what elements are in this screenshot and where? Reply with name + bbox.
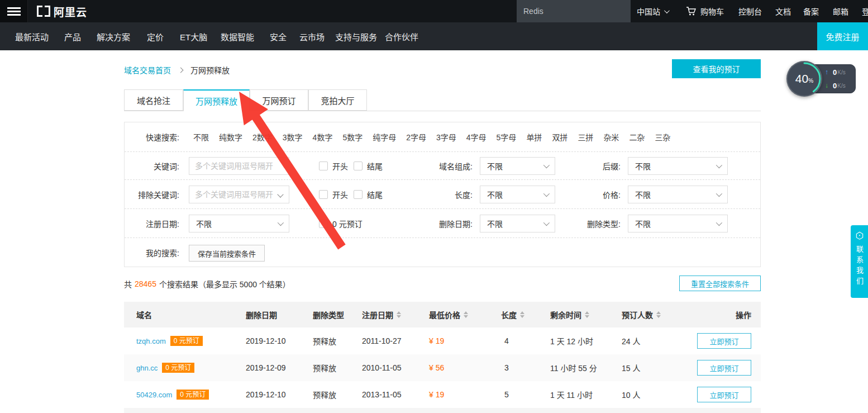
nav-item-products[interactable]: 产品 bbox=[64, 22, 81, 50]
view-my-orders-button[interactable]: 查看我的预订 bbox=[672, 59, 761, 78]
regdate-label: 注册日期: bbox=[125, 209, 179, 238]
checkbox-icon[interactable] bbox=[319, 190, 328, 199]
quick-option[interactable]: 双拼 bbox=[552, 131, 567, 143]
nav-item-data-intelligence[interactable]: 数据智能 bbox=[221, 22, 254, 50]
checkbox-icon[interactable] bbox=[354, 162, 363, 170]
keyword-input[interactable] bbox=[189, 157, 289, 175]
quick-option[interactable]: 5数字 bbox=[342, 131, 363, 143]
domain-link[interactable]: 50429.com bbox=[136, 391, 172, 399]
cart-label: 购物车 bbox=[700, 6, 724, 17]
keyword-label: 关键词: bbox=[125, 152, 179, 179]
cell-register-date: 2013-11-05 bbox=[362, 381, 402, 408]
nav-item-et-brain[interactable]: ET大脑 bbox=[180, 22, 207, 50]
quick-option[interactable]: 4数字 bbox=[313, 131, 333, 143]
tab-wanwang-prerelease[interactable]: 万网预释放 bbox=[183, 89, 250, 111]
sort-icon[interactable] bbox=[464, 311, 468, 318]
breadcrumb: 域名交易首页 万网预释放 bbox=[124, 64, 230, 76]
regdate-row: 注册日期: 不限 0 元预订 删除日期: 不限 删除类型: 不限 bbox=[125, 208, 760, 238]
breadcrumb-home-link[interactable]: 域名交易首页 bbox=[124, 64, 171, 75]
deltype-select[interactable]: 不限 bbox=[628, 215, 728, 232]
domain-link[interactable]: ghn.cc bbox=[136, 364, 158, 372]
price-select[interactable]: 不限 bbox=[628, 186, 728, 203]
beian-link[interactable]: 备案 bbox=[803, 0, 819, 22]
search-input[interactable] bbox=[517, 7, 631, 16]
sort-icon[interactable] bbox=[520, 311, 524, 318]
order-now-button[interactable]: 立即预订 bbox=[697, 360, 751, 376]
compose-value: 不限 bbox=[487, 160, 503, 172]
nav-item-support[interactable]: 支持与服务 bbox=[335, 22, 377, 50]
checkbox-icon[interactable] bbox=[319, 219, 328, 228]
sort-icon[interactable] bbox=[656, 311, 661, 318]
nav-item-solutions[interactable]: 解决方案 bbox=[97, 22, 130, 50]
cell-min-price: ¥ 19 bbox=[429, 381, 444, 408]
zero-yuan-badge: 0 元预订 bbox=[162, 363, 194, 373]
nav-item-security[interactable]: 安全 bbox=[270, 22, 287, 50]
sort-icon[interactable] bbox=[585, 311, 589, 318]
results-count: 28465 bbox=[135, 279, 156, 288]
download-unit: K/s bbox=[837, 83, 845, 89]
quick-option[interactable]: 杂米 bbox=[603, 131, 619, 143]
region-selector[interactable]: 中国站 bbox=[637, 0, 668, 22]
checkbox-icon[interactable] bbox=[319, 162, 328, 170]
free-register-button[interactable]: 免费注册 bbox=[817, 22, 868, 50]
login-link[interactable]: 登 bbox=[862, 0, 868, 22]
keyword-start-checkbox[interactable]: 开头 bbox=[319, 152, 348, 179]
quick-option[interactable]: 3字母 bbox=[436, 131, 456, 143]
reset-filters-button[interactable]: 重置全部搜索条件 bbox=[679, 276, 761, 291]
quick-option[interactable]: 单拼 bbox=[526, 131, 542, 143]
logo-bracket-right-icon bbox=[45, 6, 50, 17]
quick-option[interactable]: 2字母 bbox=[406, 131, 426, 143]
quick-option[interactable]: 不限 bbox=[193, 131, 209, 143]
docs-link[interactable]: 文档 bbox=[775, 0, 791, 22]
quick-option[interactable]: 5字母 bbox=[497, 131, 517, 143]
logo-bracket-left-icon bbox=[37, 6, 42, 17]
brand-logo[interactable]: 阿里云 bbox=[37, 0, 87, 22]
top-search-box[interactable] bbox=[517, 0, 631, 22]
quick-option[interactable]: 3数字 bbox=[283, 131, 303, 143]
hamburger-menu-button[interactable] bbox=[0, 0, 28, 22]
keyword-end-checkbox[interactable]: 结尾 bbox=[354, 152, 383, 179]
exclude-end-checkbox[interactable]: 结尾 bbox=[354, 180, 383, 208]
exclude-start-checkbox[interactable]: 开头 bbox=[319, 180, 348, 208]
regdate-select[interactable]: 不限 bbox=[189, 215, 289, 232]
nav-item-marketplace[interactable]: 云市场 bbox=[299, 22, 325, 50]
cell-order-count: 10 人 bbox=[622, 381, 640, 408]
col-delete-date: 删除日期 bbox=[246, 302, 277, 327]
col-label: 剩余时间 bbox=[550, 309, 581, 320]
suffix-select[interactable]: 不限 bbox=[628, 157, 728, 175]
cell-delete-type: 预释放 bbox=[313, 354, 336, 381]
quick-option[interactable]: 二杂 bbox=[629, 131, 645, 143]
cell-remaining-time: 1 天 12 小时 bbox=[550, 327, 593, 354]
nav-item-pricing[interactable]: 定价 bbox=[147, 22, 164, 50]
length-value: 不限 bbox=[487, 189, 503, 200]
chevron-down-icon bbox=[278, 220, 284, 226]
quick-option[interactable]: 三杂 bbox=[655, 131, 670, 143]
mail-link[interactable]: 邮箱 bbox=[833, 0, 848, 22]
nav-item-partners[interactable]: 合作伙伴 bbox=[385, 22, 418, 50]
tab-auction-hall[interactable]: 竞拍大厅 bbox=[308, 89, 367, 111]
quick-option[interactable]: 三拼 bbox=[578, 131, 593, 143]
cart-link[interactable]: 购物车 bbox=[686, 0, 724, 22]
tab-domain-snatch[interactable]: 域名抢注 bbox=[124, 89, 183, 111]
order-now-button[interactable]: 立即预订 bbox=[697, 387, 751, 402]
results-suffix: 个搜索结果（最多显示 5000 个结果） bbox=[159, 278, 290, 289]
quick-option[interactable]: 纯字母 bbox=[373, 131, 396, 143]
quick-option[interactable]: 2数字 bbox=[252, 131, 273, 143]
save-search-button[interactable]: 保存当前搜索条件 bbox=[189, 245, 265, 262]
domain-link[interactable]: tzqh.com bbox=[136, 337, 166, 345]
order-now-button[interactable]: 立即预订 bbox=[697, 333, 751, 349]
main-nav: 最新活动 产品 解决方案 定价 ET大脑 数据智能 安全 云市场 支持与服务 合… bbox=[0, 22, 868, 50]
tab-wanwang-reserve[interactable]: 万网预订 bbox=[250, 89, 308, 111]
checkbox-icon[interactable] bbox=[354, 190, 363, 199]
zero-yuan-checkbox[interactable]: 0 元预订 bbox=[319, 209, 363, 238]
quick-option[interactable]: 4字母 bbox=[466, 131, 487, 143]
checkbox-label: 开头 bbox=[332, 189, 348, 200]
sort-icon[interactable] bbox=[397, 311, 401, 318]
length-label: 长度: bbox=[389, 180, 473, 208]
memory-gauge[interactable]: 40 % bbox=[786, 61, 822, 97]
nav-item-activities[interactable]: 最新活动 bbox=[15, 22, 49, 50]
quick-option[interactable]: 纯数字 bbox=[219, 131, 242, 143]
contact-us-tab[interactable]: 联系我们 bbox=[851, 225, 868, 298]
console-link[interactable]: 控制台 bbox=[738, 0, 762, 22]
exclude-keyword-input[interactable] bbox=[189, 186, 289, 203]
